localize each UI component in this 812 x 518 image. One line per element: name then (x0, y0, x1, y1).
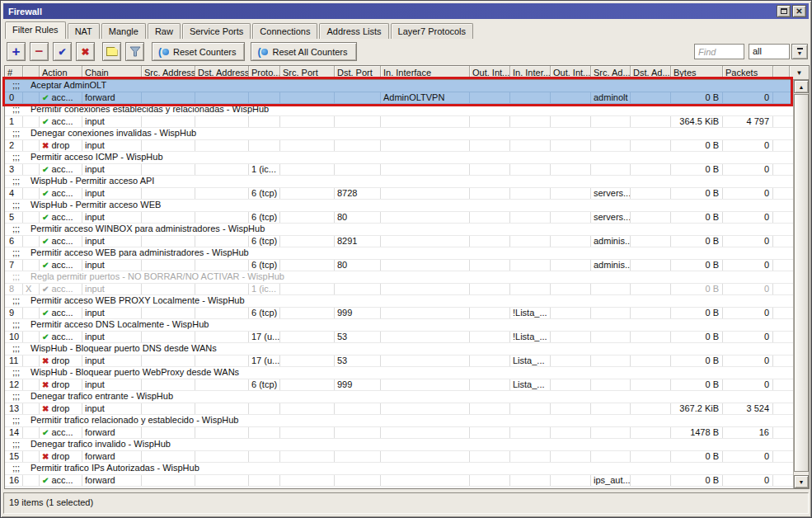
comment-row[interactable]: ;;;WispHub - Bloquear puerto WebProxy de… (5, 367, 793, 379)
cell-packets: 16 (723, 427, 773, 439)
column-header-in_interface_list[interactable]: In. Inter... (510, 66, 551, 79)
rule-row[interactable]: 11✖dropinput17 (u...53Lista_...0 B0 (5, 356, 793, 368)
tab-mangle[interactable]: Mangle (101, 23, 146, 39)
rule-row[interactable]: 14✔acc...forward1478 B16 (5, 427, 793, 440)
rule-row[interactable]: 6✔acc...input6 (tcp)8291adminis...0 B0 (5, 236, 793, 248)
column-header-dst_address_list[interactable]: Dst. Ad... (631, 66, 671, 79)
reset-counters-button[interactable]: ( Reset Counters (152, 42, 245, 61)
rule-row[interactable]: 13✖dropinput367.2 KiB3 524 (5, 403, 793, 416)
rule-row[interactable]: 0✔acc...forwardAdminOLTVPNadminolt0 B0 (5, 92, 793, 105)
column-header-packets[interactable]: Packets (723, 66, 773, 79)
column-header-src_address_list[interactable]: Src. Ad... (591, 66, 631, 79)
comment-text: Permitir conexiones establecidas y relac… (31, 104, 269, 115)
cell-out_interface_list (551, 379, 591, 391)
column-header-out_interface[interactable]: Out. Int... (470, 66, 510, 79)
enable-button[interactable]: ✔ (53, 42, 72, 61)
cell-in_interface (381, 260, 470, 271)
add-button[interactable]: + (7, 42, 26, 61)
scroll-up-button[interactable]: ▲ (794, 80, 809, 93)
drop-cross-icon: ✖ (42, 404, 49, 413)
accept-check-icon: ✔ (42, 476, 49, 485)
comment-row[interactable]: ;;;Denegar trafico invalido - WispHub (5, 439, 793, 451)
close-button[interactable]: ✕ (792, 5, 806, 17)
column-header-dst_port[interactable]: Dst. Port (335, 66, 381, 79)
comment-row[interactable]: ;;;Permitir acceso ICMP - WispHub (5, 152, 793, 164)
reset-all-counters-button[interactable]: ( Reset All Counters (251, 42, 356, 61)
comment-button[interactable] (102, 42, 121, 61)
comment-row[interactable]: ;;;Permitir acceso WEB para administrado… (5, 247, 793, 260)
comment-row[interactable]: ;;;Denegar trafico entrante - WispHub (5, 391, 793, 403)
comment-row[interactable]: ;;;WispHub - Bloquear puerto DNS desde W… (5, 343, 793, 356)
comment-text: Permitir acceso WINBOX para administrado… (31, 224, 265, 235)
column-header-action[interactable]: Action (40, 66, 82, 79)
comment-text: WispHub - Permitir acceso API (31, 176, 154, 187)
rule-row[interactable]: 15✖dropforward0 B0 (5, 451, 793, 464)
comment-row[interactable]: ;;;Regla permitir puertos - NO BORRAR/NO… (5, 271, 793, 284)
comment-row[interactable]: ;;;Permitir acceso WINBOX para administr… (5, 224, 793, 236)
cell-out_interface_list (551, 212, 591, 224)
rule-row[interactable]: 5✔acc...input6 (tcp)80servers...0 B0 (5, 212, 793, 224)
comment-row[interactable]: ;;;Permitir acceso WEB PROXY Localmente … (5, 295, 793, 308)
comment-row[interactable]: ;;;WispHub - Permitir acceso API (5, 176, 793, 188)
column-header-dst_address[interactable]: Dst. Address (195, 66, 249, 79)
column-header-out_interface_list[interactable]: Out. Int... (551, 66, 591, 79)
filter-button[interactable] (125, 42, 144, 61)
vertical-scrollbar[interactable]: ▲ ▼ (793, 80, 809, 488)
remove-button[interactable]: − (30, 42, 49, 61)
rule-row[interactable]: 10✔acc...input17 (u...53!Lista_...0 B0 (5, 332, 793, 344)
column-header-num[interactable]: # (5, 66, 23, 79)
rule-row[interactable]: 16✔acc...forwardips_aut...0 B0 (5, 475, 793, 487)
tab-raw[interactable]: Raw (148, 23, 181, 39)
comment-row[interactable]: ;;;Permitir acceso DNS Localmente - Wisp… (5, 319, 793, 332)
comment-row[interactable]: ;;;Aceptar AdminOLT (5, 80, 793, 92)
filter-dropdown[interactable]: all (749, 44, 790, 59)
filter-dropdown-button[interactable]: ▼ (791, 44, 808, 59)
tab-nat[interactable]: NAT (68, 23, 100, 39)
comment-row[interactable]: ;;;WispHub - Permitir acceso WEB (5, 200, 793, 212)
scrollbar-thumb[interactable] (794, 94, 809, 472)
column-menu-button[interactable]: ▼ (789, 66, 809, 79)
cell-spacer (773, 356, 793, 367)
comment-row[interactable]: ;;;Permitir trafico IPs Autorizadas - Wi… (5, 463, 793, 475)
column-header-flags[interactable] (23, 66, 40, 79)
column-header-protocol[interactable]: Proto... (249, 66, 280, 79)
maximize-button[interactable] (777, 5, 791, 17)
comment-text: Denegar trafico invalido - WispHub (31, 439, 171, 450)
rule-row[interactable]: 9✔acc...input6 (tcp)999!Lista_...0 B0 (5, 308, 793, 320)
column-header-bytes[interactable]: Bytes (671, 66, 723, 79)
find-input[interactable] (694, 44, 744, 59)
cell-in_interface_list (510, 260, 551, 271)
rule-row[interactable]: 1✔acc...input364.5 KiB4 797 (5, 116, 793, 129)
cell-dst_address (195, 284, 249, 295)
cell-protocol (249, 451, 280, 463)
disable-button[interactable]: ✖ (76, 42, 95, 61)
cell-dst_address (195, 140, 249, 152)
column-header-src_address[interactable]: Src. Address (142, 66, 195, 79)
rule-row[interactable]: 3✔acc...input1 (ic...0 B0 (5, 164, 793, 177)
cell-action: ✔acc... (40, 212, 82, 224)
comment-row[interactable]: ;;;Permitir conexiones establecidas y re… (5, 104, 793, 116)
column-header-in_interface[interactable]: In. Interface (381, 66, 470, 79)
rule-row[interactable]: 8X✔acc...input1 (ic...0 B0 (5, 284, 793, 296)
comment-row[interactable]: ;;;Permitir trafico relacionado y establ… (5, 415, 793, 427)
rule-row[interactable]: 7✔acc...input6 (tcp)80adminis...0 B0 (5, 260, 793, 272)
rule-row[interactable]: 4✔acc...input6 (tcp)8728servers...0 B0 (5, 188, 793, 200)
cell-src_address_list (591, 164, 631, 176)
cell-out_interface (470, 188, 510, 200)
tab-filter-rules[interactable]: Filter Rules (5, 21, 66, 39)
comment-marker: ;;; (12, 391, 31, 403)
tab-layer7-protocols[interactable]: Layer7 Protocols (391, 23, 474, 39)
column-header-src_port[interactable]: Src. Port (280, 66, 335, 79)
column-header-chain[interactable]: Chain (82, 66, 142, 79)
rule-row[interactable]: 2✖dropinput0 B0 (5, 140, 793, 153)
scrollbar-track[interactable] (794, 93, 809, 475)
comment-row[interactable]: ;;;Denegar conexiones invalidas - WispHu… (5, 128, 793, 140)
toolbar-buttons: + − ✔ ✖ ( Reset Counters (7, 42, 363, 61)
rule-row[interactable]: 12✖dropinput6 (tcp)999Lista_...0 B0 (5, 379, 793, 392)
scroll-down-button[interactable]: ▼ (794, 475, 809, 488)
cell-out_interface (470, 403, 510, 415)
tab-connections[interactable]: Connections (252, 23, 317, 39)
tab-service-ports[interactable]: Service Ports (182, 23, 251, 39)
accept-check-icon: ✔ (42, 332, 49, 341)
tab-address-lists[interactable]: Address Lists (319, 23, 388, 39)
